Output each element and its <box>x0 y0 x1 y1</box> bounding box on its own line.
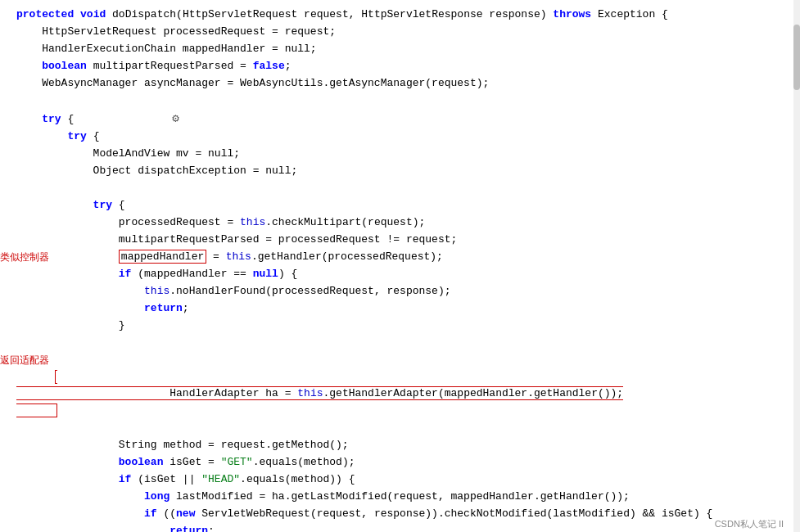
code-text: } <box>16 319 125 331</box>
code-text: HandlerExecutionChain mappedHandler = nu… <box>16 43 317 55</box>
code-text: .getHandlerAdapter(mappedHandler.getHand… <box>323 387 624 399</box>
exception-text: Exception { <box>591 8 668 20</box>
keyword-return-2: return <box>16 525 208 532</box>
line-content-8: try { <box>0 128 800 146</box>
code-line-26: if ((new ServletWebRequest(request, resp… <box>0 506 800 523</box>
line-content-24: if (isGet || "HEAD".equals(method)) { <box>0 471 800 489</box>
scrollbar-right[interactable] <box>793 0 800 532</box>
code-text: .checkMultipart(request); <box>265 216 425 228</box>
keyword-this-4: this <box>297 387 323 399</box>
code-text: { <box>112 199 125 211</box>
code-text: String method = request.getMethod(); <box>16 439 349 451</box>
code-line-15: 类似控制器 mappedHandler = this.getHandler(pr… <box>0 249 800 266</box>
line-content-18: return; <box>0 300 800 318</box>
code-line-18: return; <box>0 300 800 318</box>
line-content-27: return; <box>0 523 800 532</box>
code-text: { <box>87 130 100 142</box>
code-line-1: protected void doDispatch(HttpServletReq… <box>0 7 800 24</box>
code-text: .noHandlerFound(processedRequest, respon… <box>169 285 450 297</box>
code-text: ModelAndView mv = null; <box>16 147 240 160</box>
code-line-22: String method = request.getMethod(); <box>0 437 800 454</box>
code-text: processedRequest = <box>16 216 240 228</box>
code-line-10: Object dispatchException = null; <box>0 163 800 180</box>
code-line-4: boolean multipartRequestParsed = false; <box>0 58 800 75</box>
code-line-13: processedRequest = this.checkMultipart(r… <box>0 214 800 232</box>
code-text: HttpServletRequest processedRequest = re… <box>16 25 336 38</box>
line-content-20 <box>0 335 800 352</box>
keyword-this-3: this <box>16 285 169 297</box>
line-content-13: processedRequest = this.checkMultipart(r… <box>0 214 800 232</box>
keyword-if-1: if <box>16 268 131 280</box>
annotation-lei-si-kong-zhi-qi: 类似控制器 <box>0 250 49 265</box>
keyword-throws: throws <box>553 8 591 20</box>
code-text: (mappedHandler == <box>131 268 252 280</box>
scrollbar-thumb[interactable] <box>793 25 800 90</box>
keyword-if-3: if <box>16 507 157 520</box>
code-container: protected void doDispatch(HttpServletReq… <box>0 0 800 532</box>
code-line-25: long lastModified = ha.getLastModified(r… <box>0 489 800 506</box>
code-line-6 <box>0 92 800 110</box>
boxed-mapped-handler: mappedHandler <box>119 250 206 264</box>
string-get: "GET" <box>221 456 253 468</box>
code-line-9: ModelAndView mv = null; <box>0 146 800 163</box>
code-text: .equals(method)) { <box>240 473 355 485</box>
code-text: = <box>206 250 225 263</box>
code-text: multipartRequestParsed = <box>87 60 253 72</box>
line-content-7: try {⚙ <box>0 110 800 128</box>
gear-icon: ⚙ <box>172 110 179 128</box>
line-content-5: WebAsyncManager asyncManager = WebAsyncU… <box>0 75 800 92</box>
line-content-25: long lastModified = ha.getLastModified(r… <box>0 489 800 506</box>
line-content-2: HttpServletRequest processedRequest = re… <box>0 24 800 41</box>
line-content-3: HandlerExecutionChain mappedHandler = nu… <box>0 41 800 58</box>
line-content-15: mappedHandler = this.getHandler(processe… <box>0 249 800 266</box>
line-content-16: if (mappedHandler == null) { <box>0 266 800 283</box>
line-content-22: String method = request.getMethod(); <box>0 437 800 454</box>
code-text: .getHandler(processedRequest); <box>251 250 443 263</box>
keyword-return-1: return <box>16 302 183 314</box>
code-text: { <box>61 113 75 125</box>
code-line-14: multipartRequestParsed = processedReques… <box>0 232 800 249</box>
code-line-21: 返回适配器 HandlerAdapter ha = this.getHandle… <box>0 352 800 437</box>
line-content-10: Object dispatchException = null; <box>0 163 800 180</box>
code-line-11 <box>0 180 800 197</box>
code-text: .equals(method); <box>253 456 355 468</box>
line-content-1: protected void doDispatch(HttpServletReq… <box>0 7 800 24</box>
code-text: ServletWebRequest(request, response)).ch… <box>195 507 712 520</box>
line-content-6 <box>0 92 800 110</box>
code-line-5: WebAsyncManager asyncManager = WebAsyncU… <box>0 75 800 92</box>
code-text: ; <box>285 60 292 72</box>
code-text: isGet = <box>163 456 220 468</box>
code-line-17: this.noHandlerFound(processedRequest, re… <box>0 283 800 300</box>
code-line-2: HttpServletRequest processedRequest = re… <box>0 24 800 41</box>
keyword-try-middle: try <box>16 130 87 142</box>
code-line-3: HandlerExecutionChain mappedHandler = nu… <box>0 41 800 58</box>
code-text: ; <box>208 525 215 532</box>
keyword-boolean: boolean <box>16 60 87 72</box>
boxed-handler-adapter-line: HandlerAdapter ha = this.getHandlerAdapt… <box>16 370 623 418</box>
line-content-4: boolean multipartRequestParsed = false; <box>0 58 800 75</box>
code-text: Object dispatchException = null; <box>16 165 297 177</box>
line-content-11 <box>0 180 800 197</box>
code-line-19: } <box>0 318 800 335</box>
line-content-21: HandlerAdapter ha = this.getHandlerAdapt… <box>0 352 800 437</box>
keyword-try-inner: try <box>16 199 112 211</box>
code-text: ) { <box>278 268 297 280</box>
code-text: ; <box>183 302 189 314</box>
keyword-long: long <box>16 490 169 503</box>
line-content-17: this.noHandlerFound(processedRequest, re… <box>0 283 800 300</box>
string-head: "HEAD" <box>201 473 240 485</box>
code-text: lastModified = ha.getLastModified(reques… <box>169 490 630 503</box>
bottom-label: CSDN私人笔记 II <box>715 517 784 532</box>
line-content-14: multipartRequestParsed = processedReques… <box>0 232 800 249</box>
line-content-23: boolean isGet = "GET".equals(method); <box>0 454 800 471</box>
annotation-fan-hui-shi-pei-qi: 返回适配器 <box>0 353 49 368</box>
code-line-24: if (isGet || "HEAD".equals(method)) { <box>0 471 800 489</box>
code-line-8: try { <box>0 128 800 146</box>
code-line-7: try {⚙ <box>0 110 800 128</box>
code-text: HandlerAdapter ha = <box>67 387 297 399</box>
code-line-27: return; <box>0 523 800 532</box>
code-text: (isGet || <box>131 473 201 485</box>
keyword-this-2: this <box>226 250 251 263</box>
keyword-void: void <box>80 8 106 20</box>
code-text: multipartRequestParsed = processedReques… <box>16 233 457 246</box>
